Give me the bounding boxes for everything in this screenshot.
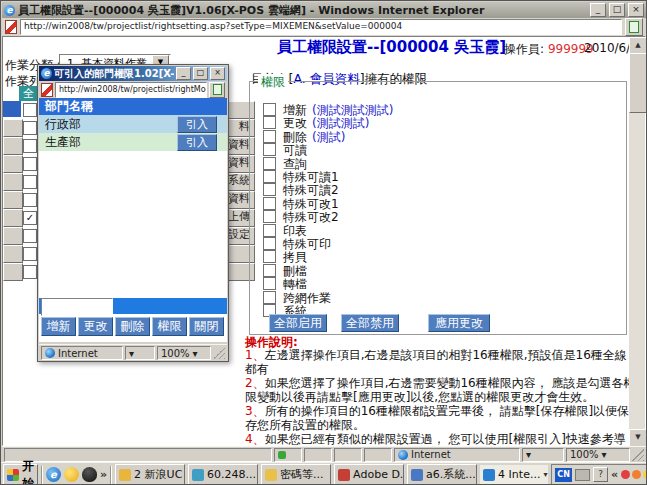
apply-changes-button[interactable]: 應用更改: [428, 314, 490, 332]
row-checkbox[interactable]: [23, 121, 37, 135]
tray-icon[interactable]: [632, 470, 641, 479]
quick-launch-expand-icon[interactable]: »: [100, 468, 107, 481]
close-button[interactable]: ×: [210, 67, 225, 80]
row-checkbox[interactable]: [23, 175, 37, 189]
permission-item: 拷貝: [263, 246, 307, 259]
enable-all-button[interactable]: 全部启用: [269, 314, 327, 332]
zoom-level: 100%: [161, 348, 190, 359]
task-button[interactable]: 60.248....: [188, 464, 258, 485]
permission-item: 刪檔: [263, 260, 307, 273]
screen: e 員工權限設置--[000004 吳玉霞]V1.06[X-POS 雲端網] -…: [0, 0, 647, 485]
page-title: 員工權限設置--[000004 吳玉霞]: [277, 38, 506, 57]
row-handle[interactable]: [3, 245, 23, 263]
department-row[interactable]: 行政部 引入: [39, 115, 227, 133]
start-button[interactable]: 开始: [3, 464, 38, 485]
minimize-button[interactable]: _: [176, 67, 191, 80]
row-checkbox[interactable]: [23, 139, 37, 153]
instruction-number: 2、: [245, 376, 265, 390]
task-button[interactable]: a6.系統...: [407, 464, 477, 485]
resize-grip[interactable]: [213, 347, 225, 359]
help-icon[interactable]: ?: [593, 467, 608, 482]
row-checkbox[interactable]: [23, 103, 37, 117]
qq-icon[interactable]: [82, 467, 97, 482]
go-button[interactable]: [625, 18, 643, 36]
go-button[interactable]: [209, 82, 225, 98]
row-handle[interactable]: [3, 137, 23, 155]
protected-mode-pane[interactable]: ▾: [125, 346, 155, 360]
vertical-scrollbar[interactable]: ▲ ▼: [629, 37, 645, 445]
printer-icon[interactable]: [575, 469, 590, 481]
task-button[interactable]: Adobe D...: [334, 464, 404, 485]
popup-address-bar: http://win2008/tw/projectlist/rightMode: [39, 81, 227, 98]
chevron-down-icon[interactable]: ▾: [526, 449, 531, 460]
globe-icon: [45, 348, 55, 358]
language-indicator[interactable]: CN: [555, 468, 572, 482]
operator-line: 操作員: 999999: [504, 41, 594, 58]
internet-explorer-icon[interactable]: e: [46, 467, 61, 482]
popup-status-bar: Internet ▾ 100% ▾: [39, 344, 227, 361]
status-pane: [304, 448, 332, 462]
add-button[interactable]: 增新: [41, 317, 76, 336]
task-button[interactable]: 密碼等...: [261, 464, 331, 485]
row-handle[interactable]: [3, 263, 23, 281]
address-input[interactable]: http://win2008/tw/projectlist/rightsetti…: [20, 19, 622, 35]
row-checkbox[interactable]: [23, 247, 37, 261]
task-button[interactable]: 4 Inte...▾: [480, 465, 548, 485]
row-handle[interactable]: [3, 101, 21, 117]
department-input[interactable]: [41, 298, 113, 316]
row-handle[interactable]: [3, 173, 23, 191]
status-pane: [364, 448, 392, 462]
permission-item: 特殊可讀2: [263, 179, 339, 192]
tray-icon[interactable]: [621, 470, 630, 479]
delete-button[interactable]: 刪除: [115, 317, 150, 336]
windows-flag-icon: [7, 469, 19, 481]
task-label: 60.248....: [207, 468, 258, 481]
department-name: 行政部: [45, 117, 81, 131]
import-button[interactable]: 引入: [177, 116, 217, 133]
page-error-icon: [5, 20, 17, 34]
page-error-icon: [41, 83, 53, 97]
protected-mode-pane[interactable]: ▾: [522, 448, 564, 462]
maximize-button[interactable]: □: [609, 3, 625, 17]
scroll-down-icon[interactable]: ▼: [629, 429, 647, 447]
chevron-down-icon[interactable]: ▾: [543, 470, 547, 479]
row-handle[interactable]: [3, 191, 23, 209]
task-label: a6.系統...: [426, 467, 476, 482]
rights-button[interactable]: 權限: [152, 317, 187, 336]
task-button[interactable]: 2 新浪UC▾: [115, 464, 185, 485]
close-button[interactable]: ×: [628, 3, 644, 17]
zoom-pane[interactable]: 100% ▾: [157, 346, 211, 360]
permission-item: 系統: [263, 300, 307, 313]
row-checkbox[interactable]: ✓: [23, 211, 37, 225]
department-row[interactable]: 生產部 引入: [39, 133, 227, 151]
row-handle[interactable]: [3, 227, 23, 245]
disable-all-button[interactable]: 全部禁用: [341, 314, 399, 332]
instruction-item: 1、左邊選擇操作項目,右邊是該項目的相對16種權限,預設值是16種全線都有: [245, 348, 637, 376]
import-button[interactable]: 引入: [177, 134, 217, 151]
row-checkbox[interactable]: [23, 157, 37, 171]
chevron-down-icon[interactable]: ▾: [129, 348, 134, 359]
row-checkbox[interactable]: [23, 265, 37, 279]
tray-icon[interactable]: [643, 470, 647, 479]
row-checkbox[interactable]: [23, 229, 37, 243]
tray-collapse-icon[interactable]: «: [611, 468, 618, 481]
instruction-number: 1、: [245, 348, 265, 362]
popup-address-input[interactable]: http://win2008/tw/projectlist/rightMode: [55, 82, 207, 98]
row-checkbox[interactable]: [23, 193, 37, 207]
scrollbar-thumb[interactable]: [629, 53, 647, 113]
row-handle[interactable]: [3, 155, 23, 173]
modify-button[interactable]: 更改: [78, 317, 113, 336]
status-pane: [334, 448, 362, 462]
messenger-icon[interactable]: [64, 467, 79, 482]
chevron-down-icon[interactable]: ▾: [602, 449, 607, 460]
close-window-button[interactable]: 關閉: [189, 317, 224, 336]
main-window-title: 員工權限設置--[000004 吳玉霞]V1.06[X-POS 雲端網] - W…: [18, 3, 587, 18]
row-handle[interactable]: [3, 119, 23, 137]
maximize-button[interactable]: □: [193, 67, 208, 80]
resize-grip[interactable]: [632, 449, 644, 461]
zoom-pane[interactable]: 100% ▾: [566, 448, 630, 462]
minimize-button[interactable]: _: [590, 3, 606, 17]
row-handle[interactable]: [3, 209, 23, 227]
chevron-down-icon[interactable]: ▾: [193, 348, 198, 359]
task-label: 2 新浪UC: [134, 467, 182, 482]
